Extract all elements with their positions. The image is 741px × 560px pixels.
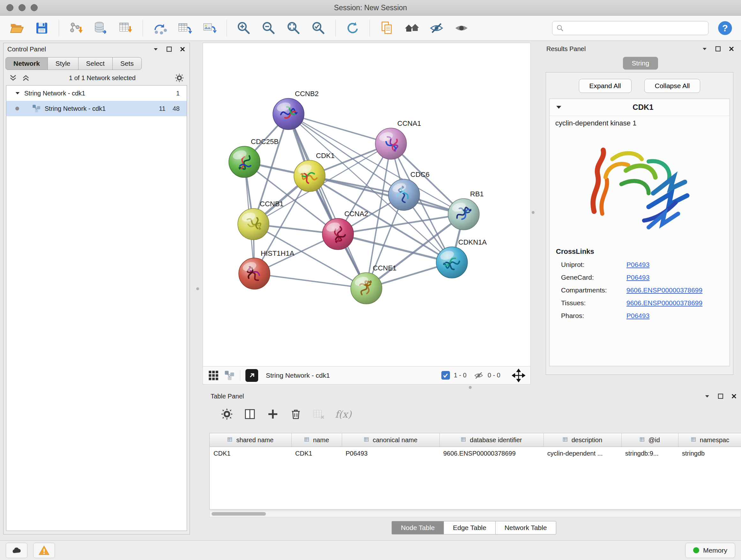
import-table-button[interactable]	[115, 17, 137, 39]
crosslink-link[interactable]: P06493	[626, 261, 650, 268]
table-cell[interactable]: CDK1	[291, 447, 342, 460]
network-row-selected[interactable]: String Network - cdk1 11 48	[6, 101, 187, 116]
show-all-button[interactable]	[450, 17, 473, 39]
collapse-all-icon[interactable]	[9, 73, 17, 82]
import-network-file-button[interactable]	[65, 17, 87, 39]
network-canvas[interactable]: CCNB2CCNA1CDC25BCDK1CDC6RB1CCNB1CCNA2CDK…	[203, 43, 530, 366]
splitter-handle[interactable]	[532, 211, 535, 214]
home-button[interactable]	[401, 17, 423, 39]
panel-collapse-icon[interactable]	[152, 46, 159, 52]
tab-network[interactable]: Network	[5, 57, 48, 70]
grid-view-icon[interactable]	[208, 370, 219, 381]
panel-close-icon[interactable]	[731, 393, 737, 399]
window-maximize-button[interactable]	[30, 4, 38, 11]
gene-expand-icon[interactable]	[555, 104, 562, 111]
scrollbar-thumb[interactable]	[212, 512, 266, 516]
network-node-CDKN1A[interactable]: CDKN1A	[436, 238, 487, 278]
tab-node-table[interactable]: Node Table	[392, 521, 444, 535]
table-settings-gear-icon[interactable]	[220, 408, 233, 421]
memory-button[interactable]: Memory	[685, 543, 735, 558]
tab-sets[interactable]: Sets	[112, 57, 142, 70]
crosslink-link[interactable]: P06493	[626, 312, 650, 320]
network-edge-CCNB2-CCNE1[interactable]	[288, 114, 366, 288]
panel-collapse-icon[interactable]	[704, 393, 711, 399]
tree-expand-icon[interactable]	[15, 90, 20, 96]
panel-float-icon[interactable]	[166, 46, 172, 52]
panel-close-icon[interactable]	[179, 46, 186, 52]
window-minimize-button[interactable]	[18, 4, 25, 11]
help-button[interactable]: ?	[715, 18, 735, 38]
network-node-CDK1[interactable]: CDK1	[294, 152, 335, 192]
cloud-status-button[interactable]	[6, 543, 27, 558]
crosslink-link[interactable]: 9606.ENSP00000378699	[626, 299, 702, 307]
network-collection-row[interactable]: String Network - cdk1 1	[6, 85, 187, 101]
column-header-canonical-name[interactable]: canonical name	[342, 433, 440, 447]
zoom-selected-button[interactable]	[307, 17, 330, 39]
save-session-button[interactable]	[30, 17, 53, 39]
export-table-button[interactable]	[174, 17, 196, 39]
zoom-out-button[interactable]	[258, 17, 280, 39]
table-horizontal-scrollbar[interactable]	[209, 511, 741, 517]
pan-crosshair-icon[interactable]	[512, 369, 525, 382]
panel-float-icon[interactable]	[715, 46, 721, 52]
tab-edge-table[interactable]: Edge Table	[444, 521, 495, 535]
add-column-icon[interactable]	[266, 408, 280, 421]
gear-icon[interactable]	[174, 73, 185, 83]
delete-column-trash-icon[interactable]	[289, 408, 302, 421]
column-header-shared-name[interactable]: shared name	[210, 433, 291, 447]
hidden-eye-icon[interactable]	[474, 370, 484, 381]
network-node-RB1[interactable]: RB1	[448, 190, 484, 230]
export-image-button[interactable]	[199, 17, 221, 39]
network-edge-HIST1H1A-CCNE1[interactable]	[254, 273, 366, 288]
table-cell[interactable]: 9606.ENSP00000378699	[440, 447, 543, 460]
network-node-CCNA1[interactable]: CCNA1	[375, 119, 421, 159]
column-header-description[interactable]: description	[543, 433, 621, 447]
warnings-button[interactable]	[33, 543, 55, 558]
copy-document-button[interactable]	[376, 17, 398, 39]
table-cell[interactable]: P06493	[342, 447, 440, 460]
refresh-view-button[interactable]	[341, 17, 364, 39]
table-cell[interactable]: cyclin-dependent ...	[543, 447, 621, 460]
table-row[interactable]: CDK1CDK1P064939606.ENSP00000378699cyclin…	[210, 447, 741, 460]
column-type-icon	[364, 437, 370, 443]
open-session-button[interactable]	[6, 17, 28, 39]
tab-select[interactable]: Select	[78, 57, 113, 70]
table-cell[interactable]: stringdb	[678, 447, 741, 460]
hide-selection-button[interactable]	[425, 17, 448, 39]
crosslink-link[interactable]: P06493	[626, 273, 650, 281]
network-node-HIST1H1A[interactable]: HIST1H1A	[239, 249, 294, 289]
network-edge-CCNB2-CCNA1[interactable]	[288, 114, 391, 144]
open-in-new-window-button[interactable]	[246, 369, 258, 382]
window-close-button[interactable]	[6, 4, 13, 11]
tab-network-table[interactable]: Network Table	[495, 521, 556, 535]
network-node-CCNB2[interactable]: CCNB2	[273, 90, 319, 130]
column-header-name[interactable]: name	[291, 433, 342, 447]
gene-card-header[interactable]: CDK1	[549, 99, 730, 116]
tab-string[interactable]: String	[623, 57, 658, 70]
crosslink-link[interactable]: 9606.ENSP00000378699	[626, 287, 702, 294]
import-network-database-button[interactable]	[90, 17, 112, 39]
panel-close-icon[interactable]	[728, 46, 735, 52]
zoom-fit-button[interactable]	[282, 17, 305, 39]
panel-collapse-icon[interactable]	[701, 46, 708, 52]
column-header-namespac[interactable]: namespac	[678, 433, 741, 447]
selection-checkbox[interactable]	[441, 371, 450, 380]
column-header-database-identifier[interactable]: database identifier	[440, 433, 543, 447]
tab-style[interactable]: Style	[48, 57, 78, 70]
zoom-in-button[interactable]	[232, 17, 255, 39]
table-cell[interactable]: CDK1	[210, 447, 291, 460]
panel-float-icon[interactable]	[718, 393, 724, 399]
splitter-handle[interactable]	[469, 386, 472, 389]
column-header--id[interactable]: @id	[621, 433, 678, 447]
expand-all-button[interactable]: Expand All	[579, 79, 631, 93]
splitter-handle[interactable]	[196, 287, 199, 290]
expand-all-icon[interactable]	[21, 73, 30, 82]
network-type-icon[interactable]	[224, 370, 235, 381]
apply-layout-button[interactable]	[149, 17, 171, 39]
network-node-CDC25B[interactable]: CDC25B	[229, 138, 279, 178]
show-columns-icon[interactable]	[243, 408, 257, 421]
network-edge-CDK1-RB1[interactable]	[310, 176, 464, 214]
search-input[interactable]	[567, 24, 704, 32]
collapse-all-button[interactable]: Collapse All	[644, 79, 700, 93]
table-cell[interactable]: stringdb:9...	[621, 447, 678, 460]
